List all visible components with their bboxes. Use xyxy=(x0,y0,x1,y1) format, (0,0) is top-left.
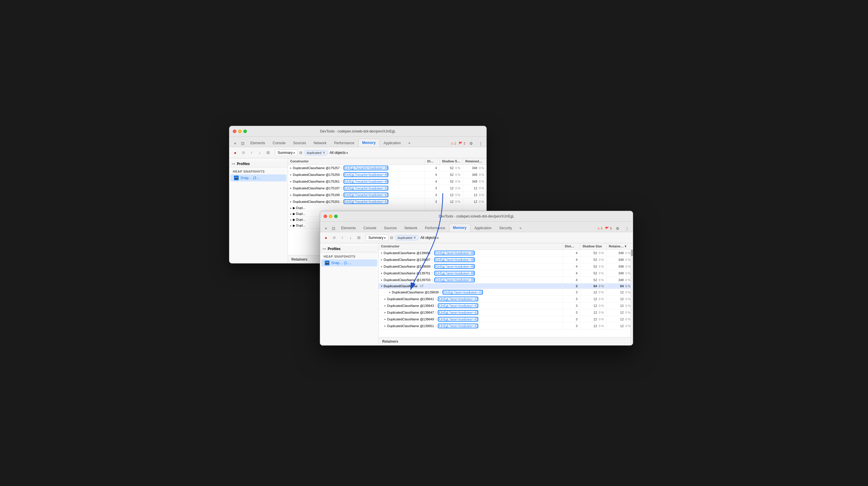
tab-network-front[interactable]: Network xyxy=(401,224,421,232)
table-row-front-0: DuplicatedClassName @139695 □ XJrrEgL?an… xyxy=(379,250,633,256)
table-header-back: Constructor Di… Shallow Si… Retained… ▾ xyxy=(288,158,487,165)
tab-performance-front[interactable]: Performance xyxy=(422,224,448,232)
close-button-front[interactable] xyxy=(323,215,327,218)
filter-close-back[interactable]: ✕ xyxy=(322,151,326,154)
stop-icon-front[interactable]: ⊘ xyxy=(331,234,338,241)
expand-arrow-back-0[interactable] xyxy=(290,167,292,169)
table-row-front-child-5: DuplicatedClassName @139651 □ XJrrEgL?an… xyxy=(379,323,633,330)
table-row-front-child-4: DuplicatedClassName @139649 □ XJrrEgL?an… xyxy=(379,316,633,323)
download-icon-back[interactable]: ↓ xyxy=(256,149,263,156)
th-shallow-back[interactable]: Shallow Si… xyxy=(440,158,463,165)
th-retained-front[interactable]: Retaine… ▾ xyxy=(607,243,633,250)
th-constructor-back: Constructor xyxy=(288,158,425,165)
window-title-front: DevTools - codepen.io/web-dot-dev/pen/XJ… xyxy=(439,214,514,218)
th-dist-front[interactable]: Dist… xyxy=(563,243,580,250)
tab-performance-back[interactable]: Performance xyxy=(331,139,358,147)
tab-more-back[interactable]: » xyxy=(405,139,414,147)
table-row-front-group: DuplicatedClassName ×7 3 84 0 % 84 0 % xyxy=(379,283,633,289)
tab-elements-front[interactable]: Elements xyxy=(338,224,359,232)
table-row-back-6: ▶ Dupl... xyxy=(288,205,487,211)
tab-network-back[interactable]: Network xyxy=(310,139,330,147)
table-row-front-child-3: DuplicatedClassName @139647 □ XJrrEgL?an… xyxy=(379,309,633,316)
scrollbar-front[interactable] xyxy=(630,243,633,345)
title-bar-back: DevTools - codepen.io/web-dot-dev/pen/XJ… xyxy=(229,126,487,137)
th-shallow-front[interactable]: Shallow Size xyxy=(580,243,607,250)
record-icon-front[interactable]: ● xyxy=(322,234,330,241)
tab-application-front[interactable]: Application xyxy=(471,224,495,232)
table-row-front-2: DuplicatedClassName @139699 □ XJrrEgL?an… xyxy=(379,263,633,270)
copy-icon-back-0[interactable]: □ xyxy=(341,167,342,169)
all-objects-chevron-back xyxy=(346,151,348,155)
minimize-button-front[interactable] xyxy=(329,215,332,218)
tab-bar-front: ⌖ ⊡ Elements Console Sources Network Per… xyxy=(320,222,633,232)
table-row-front-3: DuplicatedClassName @139701 □ XJrrEgL?an… xyxy=(379,270,633,277)
tab-sources-back[interactable]: Sources xyxy=(290,139,310,147)
minimize-button-back[interactable] xyxy=(238,130,242,133)
filter-icon-front: ⊟ xyxy=(390,236,393,240)
grid-icon-front[interactable]: ⊟ xyxy=(355,234,362,241)
tab-console-back[interactable]: Console xyxy=(269,139,289,147)
filter-close-front[interactable]: ✕ xyxy=(413,236,416,239)
table-row-front-4: DuplicatedClassName @139703 □ XJrrEgL?an… xyxy=(379,277,633,283)
summary-dropdown-front[interactable]: Summary xyxy=(366,234,388,241)
data-table-front[interactable]: Constructor Dist… Shallow Size Retaine… … xyxy=(379,243,633,337)
table-row-back-0: DuplicatedClassName @175257 □ XJrrEgL?no… xyxy=(288,165,487,171)
table-row-front-child-2: DuplicatedClassName @139643 □ XJrrEgL?an… xyxy=(379,303,633,309)
grid-icon-back[interactable]: ⊟ xyxy=(265,149,272,156)
all-objects-dropdown-front[interactable]: All objects xyxy=(421,236,439,240)
filter-icon-back: ⊟ xyxy=(299,151,302,155)
summary-dropdown-back[interactable]: Summary xyxy=(275,149,298,156)
snapshot-item-front[interactable]: 📷 Snap… (1…. xyxy=(321,259,377,266)
tab-bar-back: ⌖ ⊡ Elements Console Sources Network Per… xyxy=(229,137,487,147)
profiles-label-front: Profiles xyxy=(328,247,341,251)
cursor-icon-back[interactable]: ⌖ xyxy=(231,140,239,147)
all-objects-dropdown-back[interactable]: All objects xyxy=(330,151,348,155)
tab-more-front[interactable]: » xyxy=(516,224,525,232)
sliders-icon-back: ⊶ xyxy=(231,162,235,166)
th-retained-back[interactable]: Retained… ▾ xyxy=(463,158,487,165)
upload-icon-back[interactable]: ↑ xyxy=(248,149,255,156)
close-button-back[interactable] xyxy=(233,130,236,133)
table-row-back-4: DuplicatedClassName @175199 □ XJrrEgL?no… xyxy=(288,192,487,198)
download-icon-front[interactable]: ↓ xyxy=(347,234,354,241)
tab-sources-front[interactable]: Sources xyxy=(380,224,400,232)
gear-icon-front[interactable] xyxy=(614,225,621,232)
upload-icon-front[interactable]: ↑ xyxy=(339,234,346,241)
td-dist-back-0: 4 xyxy=(425,165,440,171)
sliders-icon-front: ⊶ xyxy=(322,247,326,251)
heap-snapshots-label-front: Heap snapshots xyxy=(320,252,378,259)
link-back-0[interactable]: XJrrEgL?nocache=true&view=:48 xyxy=(344,167,388,170)
snapshot-item-back[interactable]: 📷 Snap… (3…. xyxy=(230,174,286,181)
table-row-back-1: DuplicatedClassName @175259 □ XJrrEgL?no… xyxy=(288,171,487,178)
tab-console-front[interactable]: Console xyxy=(360,224,380,232)
tab-elements-back[interactable]: Elements xyxy=(247,139,269,147)
devtools-window-front: DevTools - codepen.io/web-dot-dev/pen/XJ… xyxy=(320,211,633,346)
stop-icon-back[interactable]: ⊘ xyxy=(240,149,247,156)
layers-icon-front[interactable]: ⊡ xyxy=(330,225,337,232)
profiles-label-back: Profiles xyxy=(237,162,250,166)
record-icon-back[interactable]: ● xyxy=(231,149,239,156)
layers-icon-back[interactable]: ⊡ xyxy=(239,140,246,147)
err-icon-front: 🚩 xyxy=(605,227,609,230)
err-badge-back: 🚩 2 xyxy=(459,142,465,145)
tab-security-front[interactable]: Security xyxy=(496,224,516,232)
tab-memory-front[interactable]: Memory xyxy=(449,224,470,232)
gear-icon-back[interactable] xyxy=(468,140,475,147)
tab-memory-back[interactable]: Memory xyxy=(359,139,379,147)
warn-badge-front: ⚠ 6 xyxy=(597,227,603,230)
maximize-button-back[interactable] xyxy=(243,130,247,133)
maximize-button-front[interactable] xyxy=(334,215,338,218)
more-icon-back[interactable] xyxy=(477,140,484,147)
tab-application-back[interactable]: Application xyxy=(380,139,404,147)
th-dist-back[interactable]: Di… xyxy=(425,158,440,165)
table-row-front-1: DuplicatedClassName @139697 □ XJrrEgL?an… xyxy=(379,256,633,263)
more-icon-front[interactable] xyxy=(623,225,630,232)
sidebar-toolbar-back: ⊶ Profiles xyxy=(229,161,287,167)
sidebar-back: ⊶ Profiles Heap snapshots 📷 Snap… (3…. xyxy=(229,158,288,263)
sidebar-front: ⊶ Profiles Heap snapshots 📷 Snap… (1…. xyxy=(320,243,379,345)
cursor-icon-front[interactable]: ⌖ xyxy=(322,225,330,232)
table-header-front: Constructor Dist… Shallow Size Retaine… … xyxy=(379,243,633,250)
main-area-front: ⊶ Profiles Heap snapshots 📷 Snap… (1…. C… xyxy=(320,243,633,345)
err-icon-back: 🚩 xyxy=(459,142,463,145)
toolbar-front: ● ⊘ ↑ ↓ ⊟ Summary ⊟ duplicated ✕ All obj… xyxy=(320,232,633,243)
